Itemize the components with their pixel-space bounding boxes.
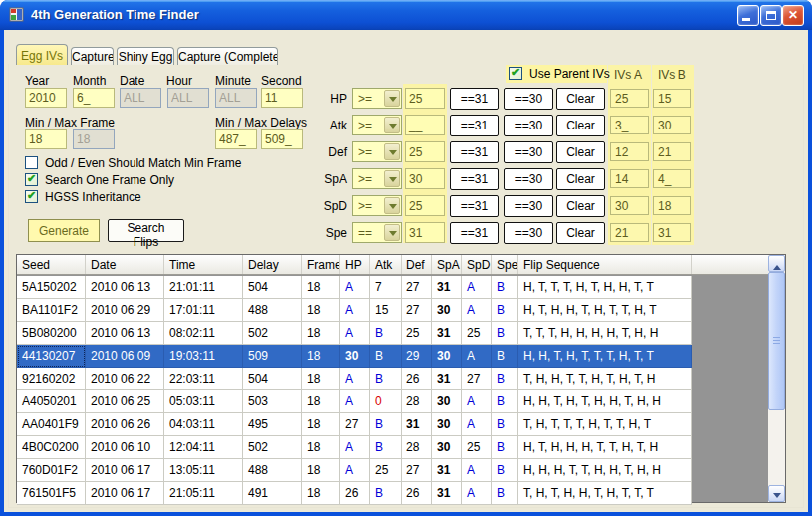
cell-frame[interactable]: 18 [302,276,340,299]
cell-frame[interactable]: 18 [302,299,340,322]
cell-spa[interactable]: 30 [432,345,462,368]
set-31-button-atk[interactable]: ==31 [450,115,499,136]
tab-capture[interactable]: Capture [71,47,114,65]
cell-time[interactable]: 22:03:11 [164,368,243,390]
cell-flips[interactable]: H, H, T, H, T, T, T, H, T, T [518,345,692,368]
cell-date[interactable]: 2010 06 26 [86,413,164,436]
cell-delay[interactable]: 504 [243,368,302,390]
clear-button-hp[interactable]: Clear [556,88,605,110]
iv-b-input-spe[interactable]: 31 [653,223,691,242]
cell-date[interactable]: 2010 06 13 [86,322,164,345]
cell-flips[interactable]: H, T, H, H, T, H, T, T, H, T [518,299,692,322]
set-30-button-spa[interactable]: ==30 [504,168,553,190]
cell-atk[interactable]: 25 [370,459,402,482]
cell-date[interactable]: 2010 06 13 [86,276,164,299]
cell-spe[interactable]: B [492,482,518,505]
column-header-spe[interactable]: Spe [492,255,518,274]
cell-seed[interactable]: BA1101F2 [17,299,86,322]
cell-flips[interactable]: T, H, H, T, T, H, T, H, T, H [518,368,692,390]
cell-hp[interactable]: 27 [340,413,370,436]
iv-a-input-spe[interactable]: 21 [610,223,649,242]
cell-spa[interactable]: 30 [432,436,462,459]
year-input[interactable] [25,88,67,108]
cell-def[interactable]: 26 [402,482,432,505]
cell-atk[interactable]: B [370,436,402,459]
set-31-button-def[interactable]: ==31 [450,141,499,163]
scroll-down-button[interactable] [768,485,785,502]
stat-value-input-spe[interactable]: 31 [405,222,445,243]
set-30-button-spd[interactable]: ==30 [504,195,553,217]
cell-delay[interactable]: 503 [243,390,302,413]
column-header-frame[interactable]: Frame [302,255,340,274]
cell-hp[interactable]: A [340,299,370,322]
clear-button-spe[interactable]: Clear [556,222,605,244]
cell-def[interactable]: 27 [402,459,432,482]
iv-b-input-hp[interactable]: 15 [653,89,691,108]
min-frame-input[interactable] [25,129,67,149]
cell-seed[interactable]: 92160202 [17,368,86,390]
cell-atk[interactable]: B [370,322,402,345]
stat-value-input-def[interactable]: 25 [405,141,445,162]
cell-hp[interactable]: A [340,390,370,413]
iv-a-input-spa[interactable]: 14 [610,169,649,188]
cell-atk[interactable]: B [370,482,402,505]
tab-shiny-egg[interactable]: Shiny Egg [117,47,174,65]
cell-seed[interactable]: 5B080200 [17,322,86,345]
cell-spe[interactable]: B [492,413,518,436]
column-header-delay[interactable]: Delay [243,255,302,274]
stat-op-select-def[interactable]: >= [352,141,402,162]
table-row[interactable]: 5A1502022010 06 1321:01:1150418A72731ABH… [17,276,692,299]
cell-atk[interactable]: B [370,345,402,368]
cell-seed[interactable]: 4B0C0200 [17,436,86,459]
iv-b-input-def[interactable]: 21 [653,142,691,161]
set-31-button-hp[interactable]: ==31 [450,88,499,110]
column-header-time[interactable]: Time [164,255,243,274]
cell-flips[interactable]: T, T, T, H, H, H, H, T, H, H [518,322,692,345]
cell-hp[interactable]: 30 [340,345,370,368]
stat-value-input-spa[interactable]: 30 [405,168,445,189]
stat-op-select-spa[interactable]: >= [352,168,402,189]
cell-atk[interactable]: 0 [370,390,402,413]
iv-b-input-spd[interactable]: 18 [653,196,691,215]
stat-value-input-spd[interactable]: 25 [405,195,445,216]
cell-def[interactable]: 29 [402,345,432,368]
cell-spd[interactable]: A [462,345,492,368]
cell-flips[interactable]: H, T, T, T, H, T, H, H, T, T [518,276,692,299]
stat-op-select-spd[interactable]: >= [352,195,402,216]
column-header-hp[interactable]: HP [340,255,370,274]
cell-def[interactable]: 25 [402,322,432,345]
cell-hp[interactable]: A [340,276,370,299]
cell-spa[interactable]: 31 [432,368,462,390]
stat-op-select-spe[interactable]: == [352,222,402,243]
table-row[interactable]: A40502012010 06 2505:03:1150318A02830ABH… [17,390,692,413]
cell-spd[interactable]: A [462,459,492,482]
scrollbar-thumb[interactable] [768,272,785,410]
column-header-date[interactable]: Date [86,255,164,274]
cell-frame[interactable]: 18 [302,390,340,413]
cell-hp[interactable]: A [340,436,370,459]
cell-seed[interactable]: 760D01F2 [17,459,86,482]
cell-flips[interactable]: H, H, T, H, T, H, H, T, H, H [518,390,692,413]
cell-frame[interactable]: 18 [302,459,340,482]
cell-date[interactable]: 2010 06 10 [86,436,164,459]
column-header-spd[interactable]: SpD [462,255,492,274]
cell-hp[interactable]: A [340,368,370,390]
cell-frame[interactable]: 18 [302,436,340,459]
cell-frame[interactable]: 18 [302,345,340,368]
cell-seed[interactable]: 761501F5 [17,482,86,505]
dropdown-button[interactable] [384,224,400,241]
set-30-button-hp[interactable]: ==30 [504,88,553,110]
stat-value-input-atk[interactable]: __ [405,115,445,135]
dropdown-button[interactable] [384,170,400,187]
set-30-button-atk[interactable]: ==30 [504,115,553,136]
second-input[interactable] [261,88,303,108]
table-row[interactable]: 760D01F22010 06 1713:05:1148818A252731AB… [17,459,692,482]
iv-a-input-spd[interactable]: 30 [610,196,649,215]
cell-date[interactable]: 2010 06 22 [86,368,164,390]
cell-spe[interactable]: B [492,276,518,299]
tab-capture-complete[interactable]: Capture (Complete) [177,47,278,65]
cell-atk[interactable]: 15 [370,299,402,322]
cell-spe[interactable]: B [492,459,518,482]
cell-time[interactable]: 04:03:11 [164,413,243,436]
cell-frame[interactable]: 18 [302,322,340,345]
